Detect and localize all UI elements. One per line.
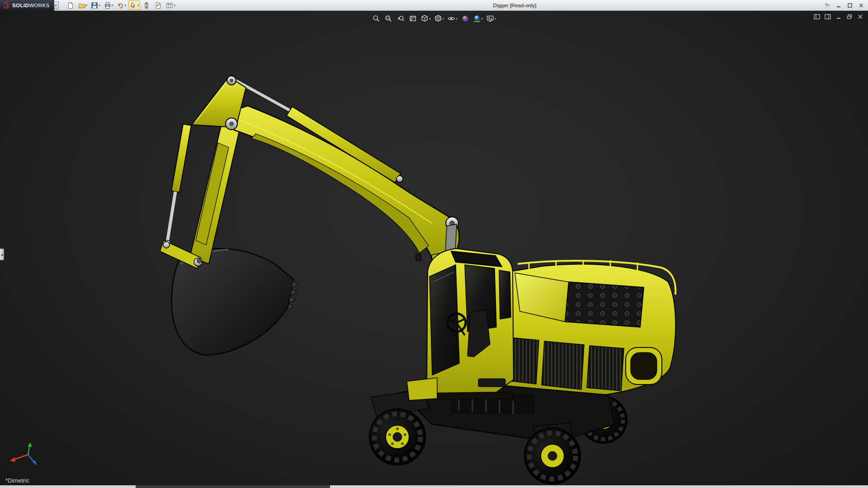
hide-show-items-button[interactable]: ▾ — [446, 13, 458, 24]
headsup-view-toolbar: ▾ ▾ ▾ ▾ ▾ — [371, 13, 497, 24]
split-pane-right-icon — [825, 14, 831, 19]
window-title: Digger [Read-only] — [493, 3, 537, 8]
new-document-icon — [67, 2, 74, 9]
front-right-wheel[interactable] — [524, 428, 580, 484]
options-grid-icon — [166, 2, 173, 9]
open-button[interactable]: ▾ — [77, 0, 89, 10]
section-view-button[interactable] — [407, 13, 418, 24]
bucket-cylinder[interactable] — [164, 124, 191, 248]
apply-scene-sphere-icon — [473, 14, 481, 23]
view-orientation-cube-icon — [420, 14, 429, 23]
display-style-cube-icon — [434, 14, 442, 23]
zoom-to-fit-icon — [372, 14, 380, 23]
new-document-button[interactable] — [65, 0, 76, 10]
view-settings-icon — [486, 14, 494, 23]
3ds-compass-logo-icon — [3, 2, 9, 9]
apex-linkage-plate[interactable] — [192, 76, 246, 130]
boom-arm[interactable] — [226, 106, 459, 265]
close-button[interactable] — [856, 1, 866, 9]
doc-minimize-icon — [836, 14, 841, 19]
doc-close-button[interactable] — [856, 13, 864, 20]
display-style-button[interactable]: ▾ — [433, 13, 445, 24]
document-window-controls — [813, 13, 864, 20]
stick-arm[interactable] — [190, 120, 240, 264]
feature-pane-collapse-tab[interactable]: ◀ — [0, 249, 4, 260]
open-folder-icon — [78, 2, 85, 9]
solidworks-logo: SOLIDWORKS — [0, 0, 54, 11]
save-button[interactable]: ▾ — [90, 0, 102, 10]
view-orientation-label: *Dimetric — [5, 477, 29, 484]
doc-restore-button[interactable] — [845, 13, 854, 20]
previous-view-button[interactable] — [395, 13, 406, 24]
view-settings-button[interactable]: ▾ — [485, 13, 497, 24]
zoom-to-fit-button[interactable] — [371, 13, 382, 24]
zoom-to-area-icon — [384, 14, 392, 23]
close-icon — [859, 3, 863, 8]
hide-show-eye-icon — [447, 14, 455, 23]
split-pane-left-button[interactable] — [813, 13, 821, 20]
cab[interactable] — [407, 249, 514, 400]
menu-flyout-arrow[interactable]: ▸ — [54, 1, 59, 9]
file-properties-button[interactable] — [153, 0, 164, 10]
bottom-strip-segment — [136, 485, 330, 488]
print-icon — [104, 2, 111, 9]
select-cursor-icon — [130, 2, 137, 9]
edit-appearance-sphere-icon — [461, 14, 469, 23]
split-pane-right-button[interactable] — [824, 13, 832, 20]
minimize-icon — [836, 3, 841, 8]
maximize-icon — [848, 3, 852, 8]
standard-toolbar: ▾ ▾ ▾ ▾ ▾ — [65, 0, 177, 10]
graphics-viewport[interactable]: ▾ ▾ ▾ ▾ ▾ — [0, 11, 868, 485]
previous-view-icon — [396, 14, 405, 23]
minimize-button[interactable] — [834, 1, 844, 9]
file-properties-icon — [155, 2, 162, 9]
doc-minimize-button[interactable] — [835, 13, 843, 20]
apply-scene-button[interactable]: ▾ — [472, 13, 484, 24]
digger-3d-model[interactable] — [0, 11, 868, 485]
select-button[interactable]: ▾ — [128, 0, 141, 10]
maximize-button[interactable] — [845, 1, 855, 9]
help-button[interactable]: ?▾ — [822, 1, 832, 9]
undo-arrow-icon — [117, 2, 124, 9]
bottom-strip — [0, 485, 868, 488]
window-controls: ?▾ — [822, 0, 866, 11]
rebuild-traffic-light-icon — [143, 2, 150, 9]
front-left-wheel[interactable] — [369, 409, 425, 465]
brand-text: SOLIDWORKS — [12, 3, 50, 8]
doc-close-icon — [858, 14, 863, 19]
doc-restore-icon — [847, 14, 852, 19]
titlebar: SOLIDWORKS ▸ ▾ ▾ ▾ ▾ — [0, 0, 868, 11]
print-button[interactable]: ▾ — [103, 0, 115, 10]
options-button[interactable]: ▾ — [165, 0, 177, 10]
orientation-triad — [7, 442, 42, 470]
save-floppy-icon — [91, 2, 98, 9]
rebuild-button[interactable] — [141, 0, 152, 10]
view-orientation-button[interactable]: ▾ — [420, 13, 432, 24]
split-pane-left-icon — [814, 14, 820, 19]
edit-appearance-button[interactable] — [460, 13, 471, 24]
section-view-icon — [409, 14, 417, 23]
undo-button[interactable]: ▾ — [115, 0, 127, 10]
zoom-to-area-button[interactable] — [383, 13, 394, 24]
